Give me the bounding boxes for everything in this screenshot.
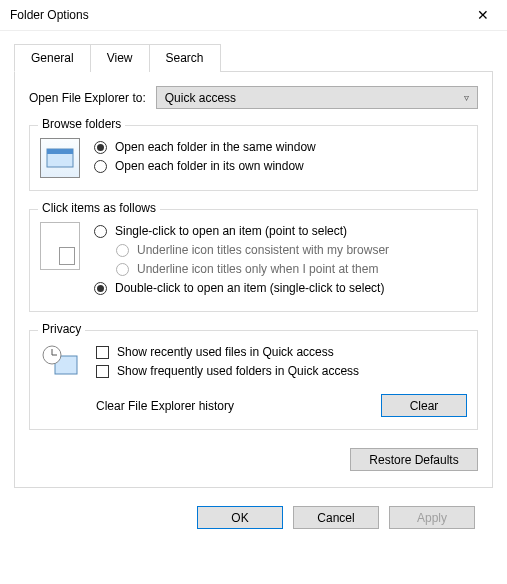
underline-point-label: Underline icon titles only when I point …: [137, 261, 378, 277]
browse-same-window-label: Open each folder in the same window: [115, 139, 316, 155]
click-items-group: Click items as follows Single-click to o…: [29, 209, 478, 312]
content: General View Search Open File Explorer t…: [0, 31, 507, 553]
checkbox-icon: [96, 365, 109, 378]
radio-icon: [94, 141, 107, 154]
underline-point-option: Underline icon titles only when I point …: [116, 261, 467, 277]
browse-folders-group: Browse folders Open each folder in the s…: [29, 125, 478, 191]
underline-consistent-option: Underline icon titles consistent with my…: [116, 242, 467, 258]
show-frequent-folders-option[interactable]: Show frequently used folders in Quick ac…: [96, 363, 467, 379]
dialog-footer: OK Cancel Apply: [14, 494, 493, 543]
cancel-button[interactable]: Cancel: [293, 506, 379, 529]
radio-icon: [116, 263, 129, 276]
click-items-legend: Click items as follows: [38, 201, 160, 215]
radio-icon: [116, 244, 129, 257]
clear-button[interactable]: Clear: [381, 394, 467, 417]
show-recent-files-label: Show recently used files in Quick access: [117, 344, 334, 360]
clock-folder-icon: [40, 343, 82, 379]
chevron-down-icon: ▿: [464, 92, 469, 103]
single-click-label: Single-click to open an item (point to s…: [115, 223, 347, 239]
open-explorer-row: Open File Explorer to: Quick access ▿: [29, 86, 478, 109]
open-explorer-label: Open File Explorer to:: [29, 91, 146, 105]
radio-icon: [94, 225, 107, 238]
titlebar: Folder Options ✕: [0, 0, 507, 31]
checkbox-icon: [96, 346, 109, 359]
open-explorer-value: Quick access: [165, 91, 236, 105]
tab-body-general: Open File Explorer to: Quick access ▿ Br…: [14, 71, 493, 488]
tabs: General View Search: [14, 44, 493, 72]
privacy-legend: Privacy: [38, 322, 85, 336]
clear-history-label: Clear File Explorer history: [96, 399, 234, 413]
browse-own-window-option[interactable]: Open each folder in its own window: [94, 158, 467, 174]
radio-icon: [94, 160, 107, 173]
single-click-option[interactable]: Single-click to open an item (point to s…: [94, 223, 467, 239]
privacy-group: Privacy Show recently used files in Quic…: [29, 330, 478, 430]
tab-general[interactable]: General: [14, 44, 91, 72]
ok-button[interactable]: OK: [197, 506, 283, 529]
double-click-label: Double-click to open an item (single-cli…: [115, 280, 384, 296]
window-title: Folder Options: [10, 8, 460, 22]
restore-defaults-button[interactable]: Restore Defaults: [350, 448, 478, 471]
browse-folders-legend: Browse folders: [38, 117, 125, 131]
document-cursor-icon: [40, 222, 80, 270]
show-recent-files-option[interactable]: Show recently used files in Quick access: [96, 344, 467, 360]
show-frequent-folders-label: Show frequently used folders in Quick ac…: [117, 363, 359, 379]
double-click-option[interactable]: Double-click to open an item (single-cli…: [94, 280, 467, 296]
browse-own-window-label: Open each folder in its own window: [115, 158, 304, 174]
open-explorer-dropdown[interactable]: Quick access ▿: [156, 86, 478, 109]
underline-consistent-label: Underline icon titles consistent with my…: [137, 242, 389, 258]
folder-window-icon: [40, 138, 80, 178]
browse-same-window-option[interactable]: Open each folder in the same window: [94, 139, 467, 155]
apply-button: Apply: [389, 506, 475, 529]
svg-rect-1: [47, 149, 73, 154]
close-icon[interactable]: ✕: [460, 1, 505, 30]
tab-view[interactable]: View: [90, 44, 150, 72]
radio-icon: [94, 282, 107, 295]
tab-search[interactable]: Search: [149, 44, 221, 72]
